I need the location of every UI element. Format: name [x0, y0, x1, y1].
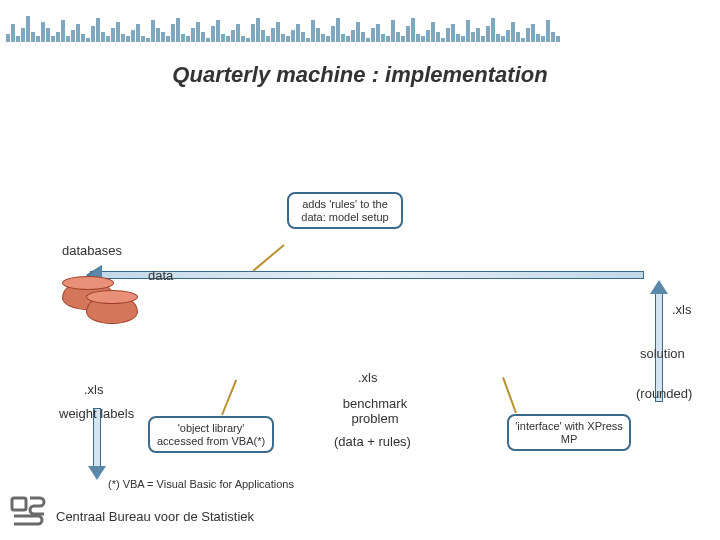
weight-labels-text: weight labels [59, 406, 134, 421]
benchmark-problem-label: benchmark problem [330, 396, 420, 426]
data-rules-label: (data + rules) [334, 434, 411, 449]
callout-adds-rules: adds 'rules' to the data: model setup [287, 192, 403, 229]
cbs-logo-icon [10, 496, 46, 530]
svg-rect-0 [12, 498, 26, 510]
xls-label-2: .xls [358, 370, 378, 385]
xls-label: .xls [84, 382, 104, 397]
callout-line [221, 379, 237, 415]
flow-arrow-top [90, 268, 652, 282]
solution-label: solution [640, 346, 685, 361]
rounded-label: (rounded) [636, 386, 692, 401]
callout-object-library: 'object library' accessed from VBA(*) [148, 416, 274, 453]
page-title: Quarterly machine : implementation [0, 62, 720, 88]
databases-label: databases [62, 243, 122, 258]
data-label: data [148, 268, 173, 283]
flow-arrow-right-up [652, 282, 666, 402]
xls-label-3: .xls [672, 302, 692, 317]
database-icon [86, 294, 138, 324]
decor-bars [0, 0, 720, 42]
footer-text: Centraal Bureau voor de Statistiek [56, 509, 254, 524]
slide: Quarterly machine : implementation datab… [0, 0, 720, 540]
callout-interface: 'interface' with XPress MP [507, 414, 631, 451]
footnote: (*) VBA = Visual Basic for Applications [108, 478, 294, 490]
callout-line [502, 377, 517, 413]
